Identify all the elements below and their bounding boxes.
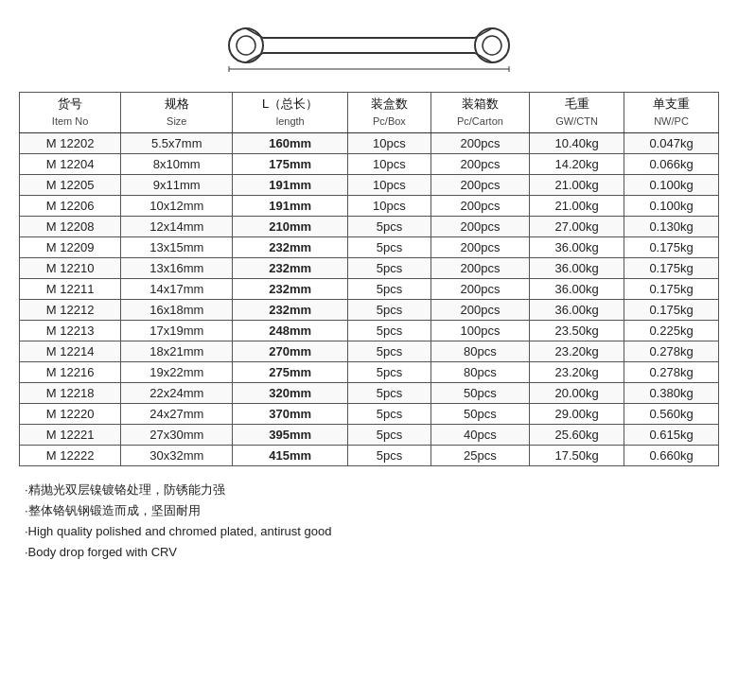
table-cell: 5pcs <box>348 279 431 300</box>
table-cell: 50pcs <box>430 404 529 425</box>
table-cell: 30x32mm <box>121 446 233 466</box>
table-cell: 27.00kg <box>530 217 624 237</box>
table-cell: 415mm <box>233 446 348 466</box>
table-cell: 175mm <box>233 154 348 175</box>
table-cell: M 12216 <box>20 362 121 383</box>
table-cell: 23.50kg <box>530 321 624 341</box>
svg-point-2 <box>475 28 509 62</box>
table-cell: 200pcs <box>430 300 529 321</box>
table-cell: 5pcs <box>348 362 431 383</box>
table-cell: 0.380kg <box>624 383 719 404</box>
table-row: M 1221822x24mm320mm5pcs50pcs20.00kg0.380… <box>20 383 719 404</box>
table-row: M 122048x10mm175mm10pcs200pcs14.20kg0.06… <box>20 154 719 175</box>
table-row: M 1221114x17mm232mm5pcs200pcs36.00kg0.17… <box>20 279 719 300</box>
table-cell: 21.00kg <box>530 175 624 196</box>
table-cell: M 12222 <box>20 446 121 466</box>
table-cell: 21.00kg <box>530 196 624 217</box>
table-cell: 270mm <box>233 341 348 362</box>
product-table: 货号Item No规格SizeL（总长）length装盒数Pc/Box装箱数Pc… <box>19 92 719 466</box>
page-wrapper: 货号Item No规格SizeL（总长）length装盒数Pc/Box装箱数Pc… <box>0 0 738 576</box>
table-cell: 22x24mm <box>121 383 233 404</box>
table-cell: 25.60kg <box>530 425 624 446</box>
feature-item: ·Body drop forged with CRV <box>25 542 713 563</box>
table-cell: 0.278kg <box>624 341 719 362</box>
table-cell: 9x11mm <box>121 175 233 196</box>
table-cell: 23.20kg <box>530 362 624 383</box>
table-cell: 13x16mm <box>121 258 233 279</box>
table-cell: M 12202 <box>20 133 121 154</box>
svg-point-1 <box>237 36 255 55</box>
table-cell: 19x22mm <box>121 362 233 383</box>
table-cell: 20.00kg <box>530 383 624 404</box>
table-cell: 18x21mm <box>121 341 233 362</box>
table-cell: 275mm <box>233 362 348 383</box>
table-cell: 232mm <box>233 237 348 258</box>
table-cell: 0.130kg <box>624 217 719 237</box>
table-row: M 1221013x16mm232mm5pcs200pcs36.00kg0.17… <box>20 258 719 279</box>
table-cell: 0.175kg <box>624 237 719 258</box>
table-cell: 36.00kg <box>530 279 624 300</box>
table-cell: 14.20kg <box>530 154 624 175</box>
table-row: M 1222230x32mm415mm5pcs25pcs17.50kg0.660… <box>20 446 719 466</box>
table-cell: 200pcs <box>430 175 529 196</box>
column-header: 装箱数Pc/Carton <box>430 93 529 133</box>
table-row: M 1221317x19mm248mm5pcs100pcs23.50kg0.22… <box>20 321 719 341</box>
table-cell: 50pcs <box>430 383 529 404</box>
table-cell: 12x14mm <box>121 217 233 237</box>
table-cell: 191mm <box>233 175 348 196</box>
table-cell: 0.175kg <box>624 258 719 279</box>
table-cell: M 12206 <box>20 196 121 217</box>
table-cell: 5.5x7mm <box>121 133 233 154</box>
table-cell: 36.00kg <box>530 258 624 279</box>
table-cell: 5pcs <box>348 446 431 466</box>
wrench-diagram <box>19 17 719 79</box>
table-cell: M 12218 <box>20 383 121 404</box>
table-cell: 191mm <box>233 196 348 217</box>
table-cell: M 12220 <box>20 404 121 425</box>
svg-point-3 <box>483 36 501 55</box>
table-cell: 5pcs <box>348 217 431 237</box>
table-cell: 200pcs <box>430 154 529 175</box>
table-cell: 210mm <box>233 217 348 237</box>
table-cell: 100pcs <box>430 321 529 341</box>
feature-item: ·High quality polished and chromed plate… <box>25 521 713 542</box>
table-cell: 23.20kg <box>530 341 624 362</box>
table-cell: M 12205 <box>20 175 121 196</box>
table-cell: 10.40kg <box>530 133 624 154</box>
svg-point-0 <box>229 28 263 62</box>
table-cell: 5pcs <box>348 300 431 321</box>
column-header: 装盒数Pc/Box <box>348 93 431 133</box>
table-cell: 5pcs <box>348 341 431 362</box>
table-cell: 0.175kg <box>624 279 719 300</box>
table-row: M 1220812x14mm210mm5pcs200pcs27.00kg0.13… <box>20 217 719 237</box>
table-cell: 0.660kg <box>624 446 719 466</box>
table-cell: 17.50kg <box>530 446 624 466</box>
table-cell: M 12213 <box>20 321 121 341</box>
table-cell: 17x19mm <box>121 321 233 341</box>
table-cell: 200pcs <box>430 196 529 217</box>
table-cell: 13x15mm <box>121 237 233 258</box>
table-row: M 1221619x22mm275mm5pcs80pcs23.20kg0.278… <box>20 362 719 383</box>
table-cell: 232mm <box>233 258 348 279</box>
table-cell: 232mm <box>233 300 348 321</box>
table-row: M 122025.5x7mm160mm10pcs200pcs10.40kg0.0… <box>20 133 719 154</box>
table-row: M 1220610x12mm191mm10pcs200pcs21.00kg0.1… <box>20 196 719 217</box>
table-cell: 10pcs <box>348 133 431 154</box>
table-cell: 24x27mm <box>121 404 233 425</box>
table-cell: 36.00kg <box>530 237 624 258</box>
table-cell: 80pcs <box>430 362 529 383</box>
column-header: 货号Item No <box>20 93 121 133</box>
table-cell: 0.100kg <box>624 175 719 196</box>
table-cell: 0.047kg <box>624 133 719 154</box>
table-cell: 40pcs <box>430 425 529 446</box>
table-cell: 200pcs <box>430 237 529 258</box>
table-cell: 200pcs <box>430 217 529 237</box>
table-cell: 395mm <box>233 425 348 446</box>
table-cell: M 12204 <box>20 154 121 175</box>
table-cell: 80pcs <box>430 341 529 362</box>
table-cell: 16x18mm <box>121 300 233 321</box>
table-cell: M 12212 <box>20 300 121 321</box>
table-row: M 1220913x15mm232mm5pcs200pcs36.00kg0.17… <box>20 237 719 258</box>
table-cell: 10pcs <box>348 154 431 175</box>
table-row: M 1221216x18mm232mm5pcs200pcs36.00kg0.17… <box>20 300 719 321</box>
